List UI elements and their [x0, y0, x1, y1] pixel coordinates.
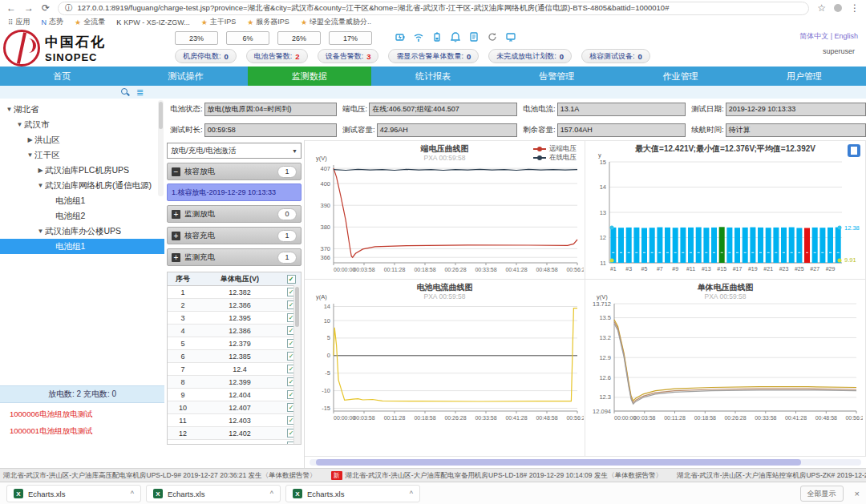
svg-text:5: 5: [327, 334, 330, 341]
expand-icon[interactable]: +: [172, 253, 180, 262]
download-caret-icon[interactable]: ^: [131, 490, 134, 498]
sidebar-scrollbar[interactable]: [158, 100, 164, 196]
tree-node[interactable]: ▶武汉油库PLC机房UPS: [0, 163, 164, 178]
svg-text:366: 366: [320, 254, 330, 261]
tree-node-label: 电池组1: [55, 241, 85, 252]
chart-legend[interactable]: 远端电压在线电压: [533, 144, 577, 162]
download-caret-icon[interactable]: ^: [270, 490, 273, 498]
record-group-header[interactable]: +监测放电0: [167, 205, 301, 223]
record-group-header[interactable]: +监测充电1: [167, 248, 301, 266]
alarm-message[interactable]: 湖北省-武汉市-洪山区-大户油库高压配电室机房UPS-LD-9# 2019-12…: [3, 471, 317, 481]
legend-entry[interactable]: 远端电压: [533, 144, 577, 153]
forward-icon[interactable]: →: [24, 2, 34, 14]
wifi-icon[interactable]: [413, 31, 424, 42]
current-user[interactable]: superuser: [823, 47, 855, 55]
bookmark-item[interactable]: ★全流量: [75, 17, 105, 27]
tree-expanded-icon[interactable]: ▼: [5, 106, 14, 113]
tree-node[interactable]: ▼武汉油库网络机房(通信电源): [0, 178, 164, 193]
address-bar[interactable]: ⓘ 127.0.0.1:8919/fuguang/charge-test.jsp…: [58, 2, 809, 15]
download-item[interactable]: XEcharts.xls^: [146, 485, 281, 502]
tree-node[interactable]: ▶洪山区: [0, 132, 164, 147]
svg-text:00:41:28: 00:41:28: [505, 415, 527, 421]
list-icon[interactable]: ≣: [136, 87, 144, 97]
table-row: 312.395✓: [168, 312, 301, 325]
record-item-selected[interactable]: 1.核容放电-2019-12-29 10:13:33: [167, 183, 301, 201]
nav-item-测试操作[interactable]: 测试操作: [123, 67, 247, 86]
tree-node[interactable]: 电池组1: [0, 239, 164, 254]
test-record-link[interactable]: 1000006电池组放电测试: [0, 403, 164, 420]
reload-icon[interactable]: ⟳: [42, 2, 50, 14]
back-icon[interactable]: ←: [6, 2, 16, 14]
tree-expanded-icon[interactable]: ▼: [15, 121, 24, 128]
alarm-message[interactable]: 湖北省-武汉市-洪山区-大户油库站控室机房UPS-ZK# 2019-12-27 …: [677, 471, 866, 481]
nav-item-告警管理[interactable]: 告警管理: [495, 67, 618, 86]
chart-title: 最大值=12.421V;最小值=12.376V;平均值=12.392V: [585, 143, 865, 155]
nav-item-首页[interactable]: 首页: [0, 67, 123, 86]
download-item[interactable]: XEcharts.xls^: [285, 485, 420, 502]
tree-expanded-icon[interactable]: ▼: [36, 228, 45, 235]
info-field: 电池状态:放电(放电原因:04=时间到): [164, 103, 337, 116]
table-scrollbar[interactable]: [293, 285, 301, 444]
tree-node[interactable]: ▼江干区: [0, 147, 164, 163]
bookmark-item[interactable]: N态势: [42, 17, 64, 27]
record-group-header[interactable]: +核容充电1: [167, 227, 301, 244]
svg-text:#27: #27: [810, 266, 819, 272]
tree-node[interactable]: ▼湖北省: [0, 102, 164, 117]
info-field-label: 测试容量:: [342, 125, 375, 135]
show-all-downloads-button[interactable]: 全部显示: [800, 486, 844, 502]
bookmark-item[interactable]: KKPW - XS-IZ-ZGW...: [116, 18, 190, 26]
svg-text:13.5: 13.5: [599, 314, 611, 321]
counter-label: 核容测试设备:: [589, 51, 635, 62]
header-checkbox[interactable]: ✓: [281, 275, 301, 284]
legend-entry[interactable]: 在线电压: [533, 153, 577, 162]
collapse-icon[interactable]: −: [172, 167, 180, 176]
bell-icon[interactable]: [450, 31, 461, 42]
download-caret-icon[interactable]: ^: [410, 490, 413, 498]
alarm-message[interactable]: 新湖北省-武汉市-洪山区-大户油库配电室备用机房UPS-LD-18# 2019-…: [331, 471, 662, 481]
nav-item-作业管理[interactable]: 作业管理: [618, 67, 742, 86]
tree-node[interactable]: ▼武汉油库办公楼UPS: [0, 224, 164, 239]
svg-text:00:18:58: 00:18:58: [414, 267, 435, 272]
save-image-icon[interactable]: [848, 144, 860, 157]
nav-item-监测数据[interactable]: 监测数据: [248, 67, 371, 86]
svg-text:400: 400: [320, 180, 330, 187]
record-type-dropdown[interactable]: 放电/充电/电池激活 ▼: [167, 143, 301, 159]
bookmark-item[interactable]: ⠿应用: [8, 17, 30, 27]
tree-expanded-icon[interactable]: ▼: [36, 182, 45, 189]
bookmark-star-icon[interactable]: ☆: [817, 2, 826, 14]
monitor-icon[interactable]: [505, 31, 516, 42]
expand-icon[interactable]: +: [172, 210, 180, 219]
tree-collapsed-icon[interactable]: ▶: [36, 167, 45, 174]
search-icon[interactable]: [120, 87, 130, 97]
battery-charge-icon[interactable]: [395, 31, 406, 42]
bookmark-item[interactable]: ★绿盟全流量威胁分..: [301, 17, 371, 27]
download-item[interactable]: XEcharts.xls^: [6, 485, 141, 502]
refresh-icon[interactable]: [487, 31, 498, 42]
bookmark-item[interactable]: ★服务器IPS: [247, 17, 289, 27]
tree-node[interactable]: ▼武汉市: [0, 117, 164, 132]
nav-item-统计报表[interactable]: 统计报表: [371, 67, 495, 86]
record-group-label: 核容放电: [184, 167, 273, 177]
test-record-link[interactable]: 1000001电池组放电测试: [0, 420, 164, 437]
bookmark-item[interactable]: ★主干IPS: [201, 17, 237, 27]
checkbox-icon[interactable]: ✓: [287, 275, 296, 284]
tree-expanded-icon[interactable]: ▼: [26, 151, 34, 159]
battery-icon[interactable]: [431, 31, 443, 42]
close-downloads-icon[interactable]: ×: [855, 489, 860, 498]
language-switch[interactable]: 简体中文 | English: [799, 31, 858, 42]
browser-menu-icon[interactable]: ⋮: [850, 2, 860, 14]
site-info-icon[interactable]: ⓘ: [65, 3, 73, 14]
tree-node[interactable]: 电池组1: [0, 193, 164, 208]
table-row: 1312.408✓: [168, 440, 301, 445]
percent-indicator: 26%: [277, 31, 321, 45]
tree-node[interactable]: 电池组2: [0, 208, 164, 224]
tree-node-label: 武汉油库PLC机房UPS: [45, 165, 129, 176]
chart-canvas: 1514131211#1#3#5#7#9#11#13#15#17#19#21#2…: [585, 141, 865, 279]
hscrollbar-thumb[interactable]: [316, 459, 801, 466]
record-group-header[interactable]: −核容放电1: [167, 163, 301, 180]
nav-item-用户管理[interactable]: 用户管理: [743, 67, 866, 86]
tree-collapsed-icon[interactable]: ▶: [26, 136, 34, 143]
expand-icon[interactable]: +: [172, 232, 180, 240]
report-icon[interactable]: [468, 31, 480, 42]
profile-avatar-icon[interactable]: [834, 4, 842, 12]
